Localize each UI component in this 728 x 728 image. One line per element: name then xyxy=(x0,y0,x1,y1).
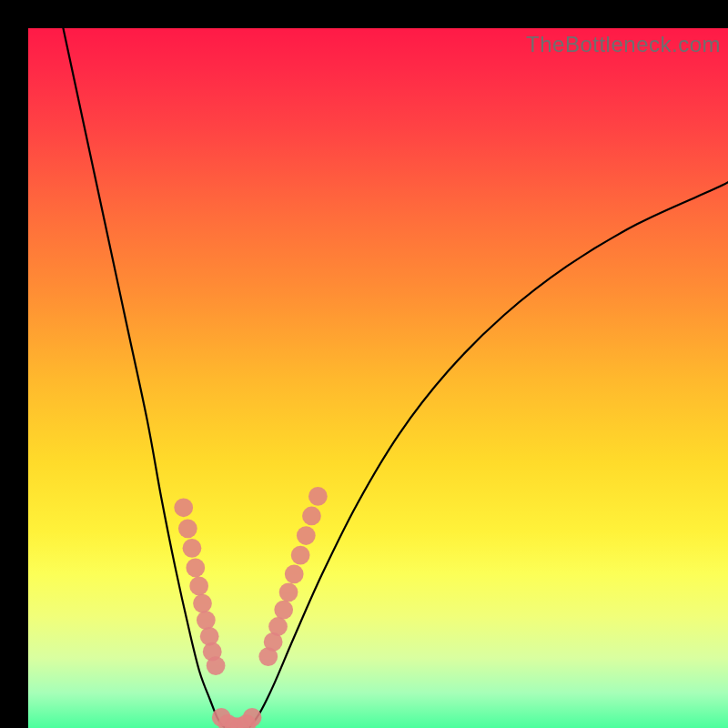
curve-group xyxy=(63,28,728,728)
plot-area: TheBottleneck.com xyxy=(28,28,728,728)
data-dot xyxy=(186,559,205,578)
data-dot xyxy=(268,617,288,636)
chart-frame: TheBottleneck.com xyxy=(0,0,728,728)
data-dot xyxy=(308,487,328,506)
curve-right xyxy=(248,182,728,728)
data-dot xyxy=(279,582,298,602)
data-dot xyxy=(243,708,262,727)
data-dot xyxy=(183,539,202,558)
dots-group xyxy=(174,487,327,728)
data-dot xyxy=(174,498,193,517)
data-dot xyxy=(291,546,310,565)
data-dot xyxy=(285,564,304,583)
data-dot xyxy=(207,656,226,675)
data-dot xyxy=(274,601,293,620)
data-dot xyxy=(178,519,197,538)
data-dot xyxy=(197,611,216,630)
data-dot xyxy=(193,594,212,613)
data-dot xyxy=(302,507,321,526)
data-dot xyxy=(297,526,316,545)
chart-svg xyxy=(28,28,728,728)
data-dot xyxy=(189,577,208,596)
